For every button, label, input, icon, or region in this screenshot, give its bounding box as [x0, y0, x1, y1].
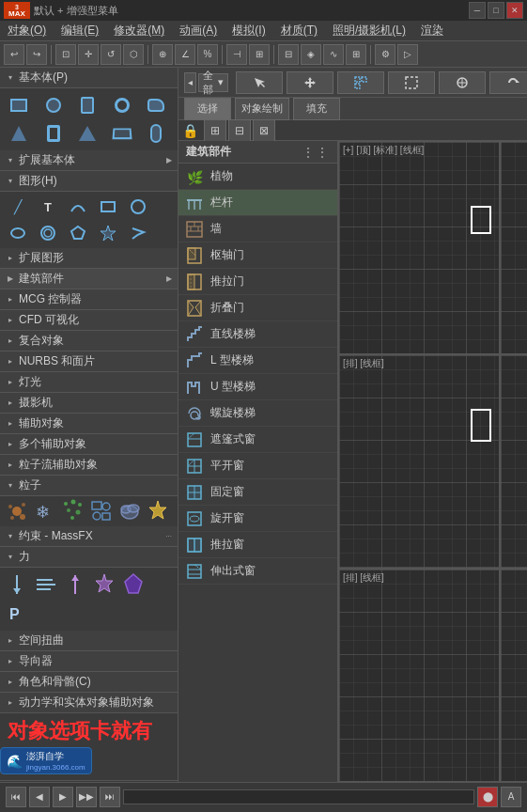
rotate-gizmo-btn[interactable]	[489, 71, 527, 94]
section-particles[interactable]: ▾ 粒子	[0, 476, 178, 496]
particle-parray[interactable]	[88, 498, 115, 524]
auto-key-btn[interactable]: A	[501, 787, 521, 807]
viewport-dropdown[interactable]: 全部▾	[198, 73, 229, 92]
box-select-btn[interactable]	[337, 71, 384, 94]
shape-pyramid[interactable]	[72, 120, 102, 147]
submenu-item-stairs-u[interactable]: U 型楼梯	[178, 374, 337, 400]
menu-object[interactable]: 对象(O)	[0, 21, 54, 40]
delete-btn[interactable]: ⊟	[228, 119, 251, 142]
section-spacewarp[interactable]: ▸ 空间扭曲	[0, 631, 178, 651]
viewport-bot-left[interactable]: [排] [线框]	[338, 569, 500, 782]
section-dynamics[interactable]: ▸ 动力学和实体对象辅助对象	[0, 693, 178, 713]
shape-donut[interactable]	[34, 221, 62, 245]
menu-lighting[interactable]: 照明/摄影机(L)	[325, 21, 413, 40]
move-button[interactable]: ✛	[78, 44, 99, 65]
material-button[interactable]: ◈	[301, 44, 321, 65]
submenu-item-window-awning[interactable]: 遮篷式窗	[178, 427, 337, 453]
section-chars[interactable]: ▸ 角色和骨骼(C)	[0, 672, 178, 693]
layer-button[interactable]: ⊟	[278, 44, 299, 65]
section-basic[interactable]: ▾ 基本体(P)	[0, 68, 178, 88]
submenu-item-stairs-spiral[interactable]: 螺旋楼梯	[178, 400, 337, 427]
tab-fill[interactable]: 填充	[293, 98, 340, 120]
copy-btn[interactable]: ⊞	[204, 119, 226, 142]
section-ext-shapes[interactable]: ▸ 扩展图形	[0, 248, 178, 269]
maximize-button[interactable]: □	[488, 2, 504, 19]
mirror-button[interactable]: ⊣	[226, 44, 247, 65]
menu-render[interactable]: 渲染	[413, 21, 451, 40]
submenu-item-slidingdoor[interactable]: 推拉门	[178, 269, 337, 295]
viewport-top-right[interactable]	[500, 141, 527, 354]
region-select-btn[interactable]	[388, 71, 435, 94]
submenu-item-plant[interactable]: 🌿 植物	[178, 164, 337, 190]
curve-editor-button[interactable]: ∿	[323, 44, 344, 65]
force-up[interactable]	[62, 571, 88, 598]
viewport-top-left[interactable]: [+] [顶] [标准] [线框]	[338, 141, 500, 354]
timeline-scrubber[interactable]	[123, 789, 474, 804]
move-mode-btn[interactable]	[287, 71, 333, 94]
section-nurbs[interactable]: ▸ NURBS 和面片	[0, 351, 178, 372]
viewport-mid-left[interactable]: [排] [线框]	[338, 354, 500, 568]
scale-button[interactable]: ⬡	[123, 44, 144, 65]
particle-snow[interactable]: ❄	[32, 498, 58, 524]
shape-plane[interactable]	[107, 120, 137, 147]
shape-helix-s[interactable]	[124, 221, 152, 245]
particle-spray[interactable]	[4, 498, 30, 524]
shape-cone[interactable]	[4, 120, 34, 147]
select-mode-btn[interactable]	[236, 71, 283, 94]
align-button[interactable]: ⊞	[249, 44, 270, 65]
submenu-item-wall[interactable]: 墙	[178, 216, 337, 242]
section-multi-helpers[interactable]: ▸ 多个辅助对象	[0, 434, 178, 455]
shape-teapot[interactable]	[141, 92, 171, 118]
last-frame-btn[interactable]: ⏭	[100, 787, 120, 807]
shape-star-s[interactable]	[94, 221, 122, 245]
shape-sphere[interactable]	[39, 92, 69, 118]
force-wind[interactable]	[33, 571, 59, 598]
submenu-item-window-sliding[interactable]: 推拉窗	[178, 532, 337, 558]
section-shapes[interactable]: ▾ 图形(H)	[0, 171, 178, 192]
viewport-bot-right[interactable]	[500, 569, 527, 782]
play-pause-btn[interactable]: ▶	[53, 787, 73, 807]
section-cameras[interactable]: ▸ 摄影机	[0, 393, 178, 414]
tab-object-draw[interactable]: 对象绘制	[235, 98, 289, 120]
submenu-options[interactable]: ⋮⋮	[302, 145, 330, 160]
section-deflectors[interactable]: ▸ 导向器	[0, 651, 178, 672]
submenu-item-stairs-straight[interactable]: 直线楼梯	[178, 321, 337, 348]
close-button[interactable]: ✕	[506, 2, 523, 19]
move-gizmo-btn[interactable]	[439, 71, 486, 94]
render-button[interactable]: ▷	[397, 44, 418, 65]
section-force[interactable]: ▾ 力	[0, 547, 178, 568]
shape-cylinder[interactable]	[72, 92, 102, 118]
particle-super[interactable]	[145, 498, 171, 524]
shape-capsule[interactable]	[141, 120, 171, 147]
force-gravity[interactable]	[4, 571, 30, 598]
shape-ngon-s[interactable]	[64, 221, 92, 245]
submenu-item-window-fixed[interactable]: 固定窗	[178, 479, 337, 506]
undo-button[interactable]: ↩	[4, 44, 24, 65]
shape-ellipse-s[interactable]	[4, 221, 32, 245]
paste-btn[interactable]: ⊠	[253, 119, 275, 142]
menu-material[interactable]: 材质(T)	[273, 21, 325, 40]
force-purple-gem[interactable]	[120, 571, 147, 598]
submenu-item-window-casement[interactable]: 平开窗	[178, 453, 337, 479]
section-massfx[interactable]: ▾ 约束 - MassFX ···	[0, 526, 178, 547]
render-setup-button[interactable]: ⚙	[375, 44, 395, 65]
minimize-button[interactable]: ─	[469, 2, 486, 19]
section-particle-helpers[interactable]: ▸ 粒子流辅助对象	[0, 455, 178, 476]
section-cfd[interactable]: ▸ CFD 可视化	[0, 310, 178, 331]
menu-modifier[interactable]: 修改器(M)	[106, 21, 172, 40]
shape-arc-s[interactable]	[64, 195, 92, 219]
particle-blizzard[interactable]	[60, 498, 86, 524]
force-star-gem[interactable]	[91, 571, 117, 598]
section-helpers[interactable]: ▸ 辅助对象	[0, 414, 178, 434]
schematic-button[interactable]: ⊞	[346, 44, 366, 65]
prev-frame-btn[interactable]: ◀	[29, 787, 50, 807]
expand-btn[interactable]: ◂	[184, 72, 196, 93]
section-extended[interactable]: ▾ 扩展基本体 ▶	[0, 150, 178, 171]
key-btn[interactable]: ⬤	[477, 787, 498, 807]
submenu-item-window-pivot[interactable]: 旋开窗	[178, 506, 337, 532]
select-button[interactable]: ⊡	[55, 44, 76, 65]
play-btn[interactable]: ⏮	[6, 787, 26, 807]
force-p-small[interactable]: P	[4, 601, 30, 627]
section-lights[interactable]: ▸ 灯光	[0, 372, 178, 393]
menu-simulate[interactable]: 模拟(I)	[225, 21, 272, 40]
